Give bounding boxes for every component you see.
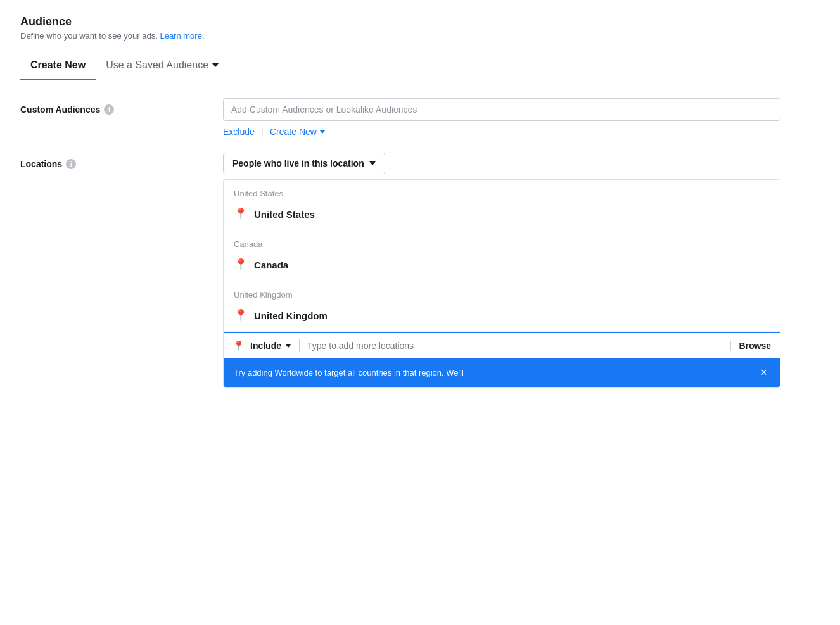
include-label: Include [250,341,281,351]
custom-audiences-label: Custom Audiences [20,104,100,115]
location-pin-icon-ca: 📍 [234,258,248,272]
custom-audiences-info-icon[interactable]: i [104,104,114,115]
tab-saved-audience[interactable]: Use a Saved Audience [96,53,229,80]
location-group-label-uk: United Kingdom [234,290,770,300]
location-group-uk: United Kingdom 📍 United Kingdom [224,281,780,331]
custom-audiences-content: Exclude | Create New [223,98,780,137]
audience-actions: Exclude | Create New [223,126,780,137]
action-divider: | [261,126,264,137]
locations-panel: United States 📍 United States Canada 📍 C… [223,179,780,388]
location-name-us: United States [254,209,315,220]
include-separator [299,339,300,352]
include-pin-icon: 📍 [232,340,245,352]
tip-text: Try adding Worldwide to target all count… [234,368,464,377]
page-container: Audience Define who you want to see your… [0,0,840,625]
list-item[interactable]: 📍 Canada [234,253,770,281]
locations-section: Locations i People who live in this loca… [20,153,820,388]
create-new-chevron-icon [319,130,326,134]
location-group-label-ca: Canada [234,239,770,249]
exclude-link[interactable]: Exclude [223,127,255,137]
tab-create-new[interactable]: Create New [20,53,96,80]
tip-bar: Try adding Worldwide to target all count… [224,358,780,387]
locations-info-icon[interactable]: i [66,159,76,169]
browse-button[interactable]: Browse [730,341,771,351]
custom-audiences-section: Custom Audiences i Exclude | Create New [20,98,820,137]
locations-dropdown-label: People who live in this location [232,158,364,168]
locations-dropdown-btn[interactable]: People who live in this location [223,153,385,174]
create-new-dropdown-btn[interactable]: Create New [270,127,326,137]
location-group-us: United States 📍 United States [224,180,780,230]
include-dropdown-btn[interactable]: Include [250,341,291,351]
tabs-row: Create New Use a Saved Audience [20,53,820,80]
tip-close-button[interactable]: × [758,366,770,379]
list-item[interactable]: 📍 United States [234,202,770,230]
audience-subtitle: Define who you want to see your ads. Lea… [20,31,820,41]
include-bar: 📍 Include Browse [224,332,780,358]
location-pin-icon-uk: 📍 [234,308,248,322]
location-name-uk: United Kingdom [254,310,328,321]
location-group-label-us: United States [234,189,770,198]
locations-label: Locations [20,159,62,169]
learn-more-link[interactable]: Learn more. [160,31,204,41]
locations-dropdown-chevron-icon [369,161,376,165]
list-item[interactable]: 📍 United Kingdom [234,303,770,331]
location-group-ca: Canada 📍 Canada [224,230,780,281]
location-name-ca: Canada [254,260,288,270]
create-new-label: Create New [270,127,317,137]
custom-audiences-label-col: Custom Audiences i [20,98,223,115]
location-pin-icon-us: 📍 [234,207,248,221]
custom-audiences-input[interactable] [223,98,780,121]
chevron-down-icon [212,63,219,67]
location-type-input[interactable] [307,341,730,351]
include-chevron-icon [285,344,291,348]
subtitle-text: Define who you want to see your ads. [20,31,158,41]
audience-header: Audience Define who you want to see your… [20,15,820,41]
locations-label-col: Locations i [20,153,223,169]
page-title: Audience [20,15,820,28]
locations-content: People who live in this location United … [223,153,780,388]
